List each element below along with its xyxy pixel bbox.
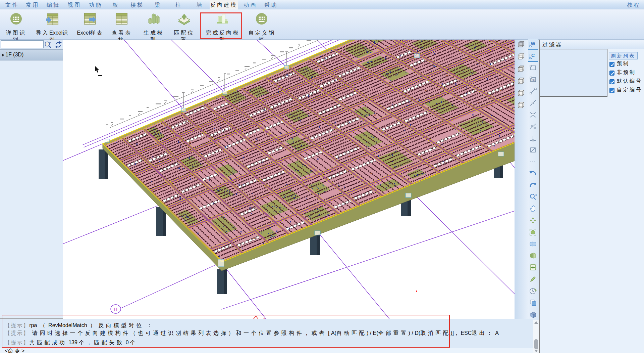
svg-text:W: W bbox=[531, 41, 535, 46]
svg-text:2D: 2D bbox=[531, 78, 535, 82]
svg-text:±: ± bbox=[535, 193, 537, 196]
svg-text:C: C bbox=[531, 53, 535, 58]
svg-text:H: H bbox=[114, 307, 117, 312]
